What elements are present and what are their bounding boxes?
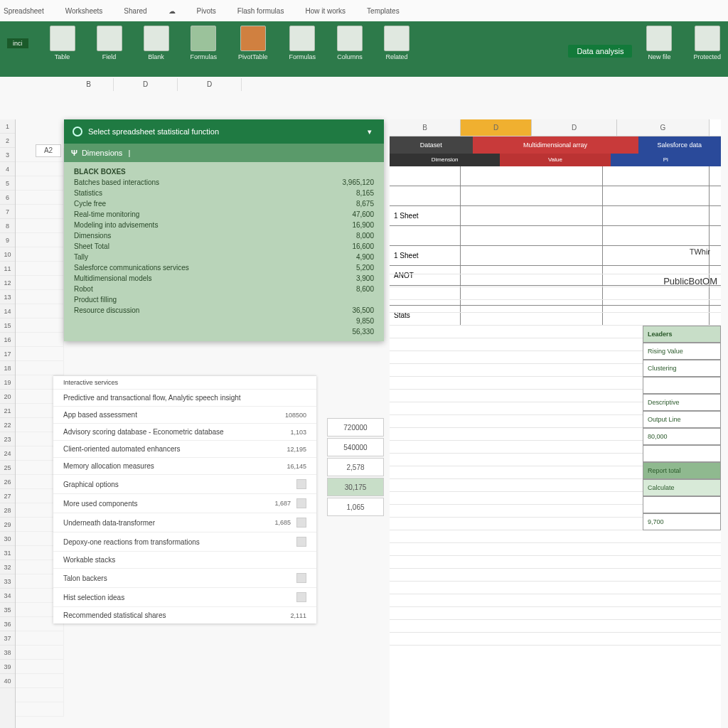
col-header-selected[interactable]: D (461, 119, 532, 136)
row-num[interactable]: 31 (0, 546, 15, 560)
list-item[interactable]: Cycle free8,675 (64, 198, 384, 209)
side-cell[interactable]: Rising Value (643, 343, 721, 360)
list-item[interactable]: Memory allocation measures16,145 (53, 457, 316, 474)
table-row[interactable]: 1 Sheet (390, 206, 721, 226)
side-cell[interactable] (643, 377, 721, 394)
row-num[interactable]: 33 (0, 574, 15, 589)
col-header[interactable]: B (64, 78, 114, 91)
list-item[interactable]: Talon backers (53, 568, 316, 587)
list-item[interactable]: Recommended statistical shares2,111 (53, 606, 316, 623)
row-num[interactable]: 9 (0, 233, 15, 247)
row-num[interactable]: 6 (0, 191, 15, 205)
row-num[interactable]: 29 (0, 518, 15, 532)
side-cell[interactable] (643, 445, 721, 462)
tab-item[interactable]: Shared (124, 7, 146, 15)
side-header[interactable]: Leaders (643, 326, 721, 343)
side-cell[interactable]: 1,065 (327, 498, 384, 516)
tab-item[interactable]: Pivots (197, 7, 216, 15)
row-num[interactable]: 34 (0, 589, 15, 603)
row-num[interactable]: 26 (0, 475, 15, 489)
side-cell[interactable]: 540000 (327, 438, 384, 456)
list-item[interactable]: Underneath data-transformer1,685 (53, 513, 316, 532)
row-num[interactable]: 19 (0, 375, 15, 390)
list-item[interactable]: Statistics8,165 (64, 188, 384, 198)
side-cell[interactable]: 30,175 (327, 478, 384, 496)
col-header[interactable]: G (617, 119, 710, 136)
row-num[interactable]: 24 (0, 446, 15, 461)
side-cell[interactable]: Descriptive (643, 394, 721, 411)
ribbon-group[interactable]: PivotTable (231, 26, 275, 60)
ribbon-group[interactable]: Formulas (183, 26, 225, 60)
row-num[interactable]: 3 (0, 148, 15, 162)
list-item[interactable]: Modeling into advisements16,900 (64, 220, 384, 230)
side-cell[interactable]: Output Line (643, 411, 721, 428)
row-num[interactable]: 39 (0, 660, 15, 674)
row-num[interactable]: 15 (0, 318, 15, 333)
dropdown-icon[interactable]: ▾ (364, 127, 375, 136)
table-row[interactable] (390, 226, 721, 246)
row-num[interactable]: 5 (0, 176, 15, 191)
list-item[interactable]: Hist selection ideas (53, 587, 316, 606)
list-item[interactable]: Multidimensional models3,900 (64, 273, 384, 284)
list-item[interactable]: App based assessment108500 (53, 406, 316, 423)
row-num[interactable]: 27 (0, 489, 15, 503)
cloud-icon[interactable]: ☁ (168, 7, 176, 15)
list-item[interactable]: Sheet Total16,600 (64, 241, 384, 252)
list-item[interactable]: Dimensions8,000 (64, 230, 384, 241)
row-num[interactable]: 28 (0, 503, 15, 518)
row-num[interactable]: 32 (0, 560, 15, 574)
row-num[interactable]: 17 (0, 347, 15, 361)
row-num[interactable]: 38 (0, 646, 15, 660)
ribbon-group[interactable]: Blank (136, 26, 176, 60)
tab-item[interactable]: Flash formulas (237, 7, 284, 15)
list-item[interactable]: Salesforce communications services5,200 (64, 262, 384, 273)
ribbon-group[interactable]: Table (43, 26, 82, 60)
row-num[interactable]: 4 (0, 162, 15, 176)
table-row[interactable] (390, 166, 721, 186)
ribbon-tag[interactable]: Data analysis (568, 45, 632, 58)
side-cell[interactable]: 2,578 (327, 458, 384, 476)
row-num[interactable]: 7 (0, 205, 15, 219)
ribbon-group[interactable]: New file (639, 26, 679, 60)
tab-item[interactable]: Templates (367, 7, 400, 15)
row-num[interactable]: 22 (0, 418, 15, 432)
ribbon-group[interactable]: Columns (330, 26, 370, 60)
list-item[interactable]: Product filling (64, 294, 384, 305)
col-header[interactable]: D (114, 78, 178, 91)
list-item[interactable]: BLACK BOXES (64, 166, 384, 177)
row-num[interactable]: 10 (0, 247, 15, 262)
dialog-titlebar[interactable]: Select spreadsheet statistical function … (64, 119, 384, 144)
list-item[interactable]: Advisory scoring database - Econometric … (53, 423, 316, 440)
row-num[interactable]: 18 (0, 361, 15, 375)
row-num[interactable]: 13 (0, 290, 15, 304)
list-item[interactable]: 56,330 (64, 326, 384, 337)
ribbon-group[interactable]: Protected (686, 26, 728, 60)
row-num[interactable]: 2 (0, 134, 15, 148)
row-num[interactable]: 11 (0, 262, 15, 276)
row-num[interactable]: 30 (0, 532, 15, 546)
list-item[interactable]: Robot8,600 (64, 284, 384, 294)
tab-array[interactable]: Multidimensional array (473, 136, 638, 154)
side-cell[interactable] (643, 496, 721, 513)
tab-salesforce[interactable]: Salesforce data (638, 136, 722, 154)
list-item[interactable]: Real-time monitoring47,600 (64, 209, 384, 220)
row-num[interactable]: 12 (0, 276, 15, 290)
side-cell[interactable]: 80,000 (643, 428, 721, 445)
list-item[interactable]: Client-oriented automated enhancers12,19… (53, 440, 316, 457)
list-item[interactable]: 9,850 (64, 316, 384, 326)
row-num[interactable]: 1 (0, 119, 15, 134)
list-item[interactable]: Graphical options (53, 474, 316, 493)
row-num[interactable]: 23 (0, 432, 15, 446)
tab-item[interactable]: Spreadsheet (4, 7, 44, 15)
col-header[interactable]: D (532, 119, 617, 136)
tab-item[interactable]: Worksheets (65, 7, 103, 15)
row-num[interactable]: 16 (0, 333, 15, 347)
row-num[interactable]: 37 (0, 631, 15, 646)
row-num[interactable]: 25 (0, 461, 15, 475)
row-num[interactable]: 20 (0, 390, 15, 404)
list-item[interactable]: More used components1,687 (53, 493, 316, 513)
row-num[interactable]: 21 (0, 404, 15, 418)
row-num[interactable]: 40 (0, 674, 15, 688)
ribbon-group[interactable]: Field (90, 26, 129, 60)
list-item[interactable]: Resource discussion36,500 (64, 305, 384, 316)
